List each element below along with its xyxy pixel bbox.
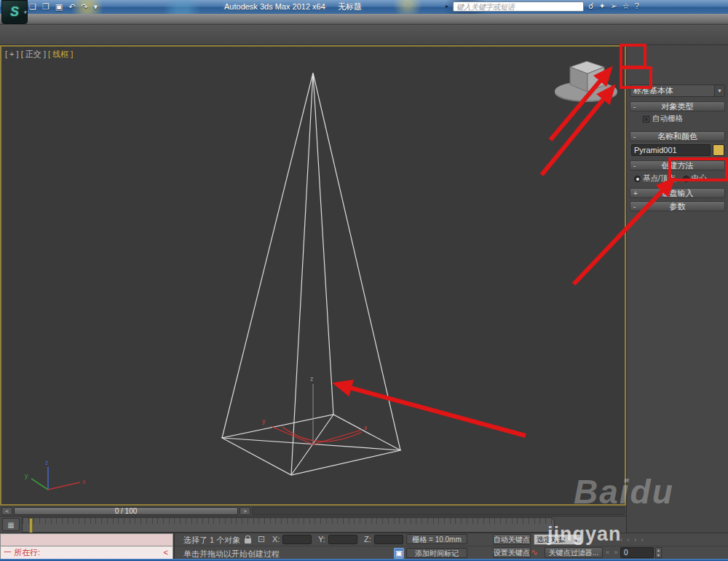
open-file-icon[interactable]: ❐ bbox=[42, 1, 50, 12]
previous-frame-button[interactable]: < bbox=[1, 507, 12, 515]
app-title: Autodesk 3ds Max 2012 x64 bbox=[224, 2, 325, 11]
rollout-creation-method[interactable]: - 创建方法 bbox=[630, 160, 725, 170]
redo-icon[interactable]: ↷ bbox=[81, 1, 87, 12]
transport-controls[interactable]: ‹ ‹ › › bbox=[620, 536, 645, 544]
qat-customize-icon[interactable]: ▾ bbox=[94, 1, 98, 12]
primitive-type-dropdown[interactable]: 标准基本体 ▼ bbox=[630, 85, 725, 97]
chevron-down-icon: ▼ bbox=[714, 85, 724, 96]
absolute-mode-toggle-icon[interactable]: ⊡ bbox=[258, 534, 265, 544]
set-key-button[interactable]: 设置关键点 bbox=[493, 547, 531, 558]
key-filters-button[interactable]: 关键点过滤器... bbox=[545, 547, 603, 558]
go-to-start-end-icons[interactable]: « » bbox=[606, 549, 620, 556]
radio-center[interactable]: 中心 bbox=[683, 173, 707, 184]
prompt-line: 单击并拖动以开始创建过程 bbox=[183, 549, 280, 560]
document-title: 无标题 bbox=[338, 2, 362, 11]
time-slider: < 0 / 100 > bbox=[0, 506, 626, 516]
quick-access-toolbar: ❏❐▣↶↷▾ bbox=[29, 1, 98, 12]
rollout-object-type[interactable]: - 对象类型 bbox=[630, 101, 725, 111]
new-file-icon[interactable]: ❏ bbox=[29, 1, 36, 12]
next-frame-button[interactable]: > bbox=[240, 507, 250, 515]
autogrid-checkbox[interactable] bbox=[643, 116, 649, 122]
selection-status: 选择了 1 个对象 bbox=[183, 535, 240, 546]
title-bar: ❏❐▣↶↷▾ Autodesk 3ds Max 2012 x64 无标题 ▸ ☌… bbox=[0, 0, 728, 14]
help-icon[interactable]: ? bbox=[635, 1, 639, 12]
maxscript-mini-listener: 一 所在行: < bbox=[0, 533, 175, 560]
main-toolbar bbox=[0, 25, 728, 45]
autogrid-row: 自动栅格 bbox=[627, 111, 728, 125]
viewport-menu-shading[interactable]: [ 线框 ] bbox=[48, 50, 73, 58]
open-mini-curve-editor-icon[interactable]: ▦ bbox=[2, 518, 20, 531]
coord-x-field[interactable] bbox=[282, 535, 312, 544]
search-communities-icon[interactable]: ☌ bbox=[588, 1, 593, 12]
time-slider-handle[interactable]: 0 / 100 bbox=[14, 507, 238, 515]
time-slider-track[interactable] bbox=[252, 507, 625, 515]
add-time-tag[interactable]: 添加时间标记 bbox=[406, 548, 467, 558]
search-input[interactable] bbox=[453, 1, 584, 12]
status-bar: 选择了 1 个对象 ⊡ X: Y: Z: 栅格 = 10.0mm 自动关键点 选… bbox=[0, 533, 728, 559]
subscription-center-icon[interactable]: ✦ bbox=[598, 1, 605, 12]
listener-input[interactable] bbox=[0, 533, 173, 546]
current-frame-field[interactable]: 0 bbox=[620, 547, 654, 558]
menu-bar bbox=[0, 14, 728, 25]
time-tag-icon[interactable]: ▣ bbox=[394, 548, 404, 559]
listener-status: 一 所在行: < bbox=[0, 546, 173, 560]
object-type-buttons bbox=[627, 125, 728, 128]
new-key-settings-icon[interactable]: ∿ bbox=[531, 547, 538, 557]
current-frame-marker[interactable] bbox=[29, 518, 33, 533]
track-bar-ruler[interactable] bbox=[22, 517, 555, 533]
search-expand-icon[interactable]: ▸ bbox=[446, 3, 448, 9]
chevron-down-icon: ▼ bbox=[574, 536, 579, 546]
infocenter-icons: ☌✦➢☆? bbox=[588, 1, 639, 12]
object-name-field[interactable]: Pyramid001 bbox=[631, 144, 711, 156]
rollout-parameters[interactable]: - 参数 bbox=[630, 201, 725, 211]
undo-icon[interactable]: ↶ bbox=[68, 1, 75, 12]
track-bar: ▦ bbox=[0, 516, 626, 533]
3dsmax-logo-icon[interactable]: S▾ bbox=[1, 0, 28, 24]
auto-key-button[interactable]: 自动关键点 bbox=[493, 534, 531, 545]
favorites-icon[interactable]: ☆ bbox=[622, 1, 630, 12]
viewport[interactable]: [ + ] [ 正交 ] [ 线框 ] bbox=[0, 45, 626, 506]
rollout-keyboard-entry[interactable]: + 键盘输入 bbox=[630, 188, 725, 198]
coord-z-field[interactable] bbox=[374, 535, 403, 544]
command-panel: 标准基本体 ▼ - 对象类型 自动栅格 - 名称和颜色 Pyramid001 -… bbox=[626, 45, 728, 533]
window-title: Autodesk 3ds Max 2012 x64 无标题 bbox=[224, 1, 362, 12]
coord-y-field[interactable] bbox=[328, 535, 357, 544]
frame-spinner[interactable]: ▲▼ bbox=[655, 547, 662, 558]
viewport-menu-pov[interactable]: [ 正交 ] bbox=[21, 50, 46, 58]
object-color-swatch[interactable] bbox=[713, 144, 724, 156]
communication-center-icon[interactable]: ➢ bbox=[611, 1, 617, 12]
command-panel-tabs bbox=[627, 45, 728, 64]
grid-size-display: 栅格 = 10.0mm bbox=[406, 534, 467, 544]
rollout-name-color[interactable]: - 名称和颜色 bbox=[630, 131, 725, 141]
selected-object-dropdown[interactable]: 选定对象▼ bbox=[534, 534, 582, 545]
create-categories bbox=[627, 64, 728, 82]
lock-selection-icon[interactable] bbox=[245, 538, 251, 544]
viewport-label[interactable]: [ + ] [ 正交 ] [ 线框 ] bbox=[5, 49, 73, 60]
save-file-icon[interactable]: ▣ bbox=[55, 1, 63, 12]
radio-base-apex[interactable]: 基点/顶点 bbox=[634, 173, 676, 184]
viewport-menu-general[interactable]: [ + ] bbox=[5, 50, 19, 58]
